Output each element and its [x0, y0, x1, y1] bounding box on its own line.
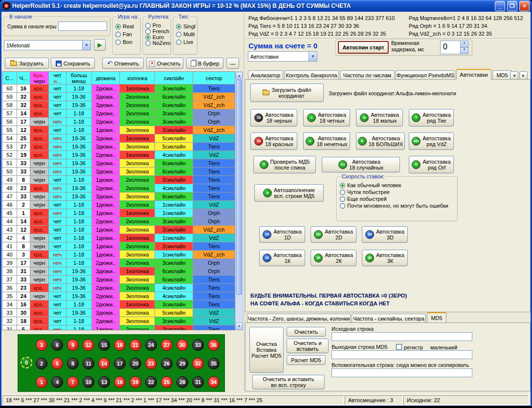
autobet-button-0[interactable]: 18Автоставка 18 черных: [250, 109, 297, 127]
tab-scroll-right-button[interactable]: ►: [519, 71, 528, 80]
roulette-number-33[interactable]: 33: [192, 339, 204, 351]
roulette-number-1[interactable]: 1: [36, 376, 47, 388]
md5-output-input[interactable]: [332, 350, 472, 359]
scroll-down-button[interactable]: ▼: [236, 322, 243, 330]
radio-option[interactable]: Pro: [143, 22, 171, 28]
roulette-number-20[interactable]: 20: [130, 358, 141, 369]
spin-down-icon[interactable]: ▼: [461, 48, 468, 54]
radio-option[interactable]: Multi: [174, 30, 197, 38]
radio-icon[interactable]: [340, 190, 345, 195]
roulette-number-32[interactable]: 32: [192, 358, 204, 369]
roulette-number-14[interactable]: 14: [98, 358, 110, 369]
roulette-number-29[interactable]: 29: [177, 358, 188, 369]
start-sum-input[interactable]: [58, 21, 107, 31]
speed-radio-option[interactable]: Чуток побыстрее: [337, 189, 457, 195]
main-tab-4[interactable]: Автоставки: [456, 69, 491, 80]
roulette-number-35[interactable]: 35: [208, 358, 220, 369]
main-tab-2[interactable]: Частоты по числам: [340, 70, 395, 80]
roulette-number-27[interactable]: 27: [161, 339, 173, 351]
roulette-number-13[interactable]: 13: [98, 376, 110, 388]
autobet-button-3[interactable]: TАвтоставка ряд Tier: [409, 109, 454, 127]
main-tab-3[interactable]: Функционал PsevdoMS: [396, 70, 455, 80]
bottom-tab-2[interactable]: MD5: [427, 312, 446, 322]
autobet-button-4[interactable]: 18Автоставка 18 красных: [250, 132, 297, 150]
autobet-button-13[interactable]: 2DАвтоставка 2D: [310, 226, 356, 243]
radio-icon[interactable]: [176, 40, 181, 45]
minimize-button[interactable]: _: [495, 1, 505, 11]
toolbar-folder-button[interactable]: Загрузить: [5, 58, 49, 69]
chevron-down-icon[interactable]: ▼: [309, 52, 317, 61]
roulette-number-5[interactable]: 5: [51, 358, 63, 369]
md5-big-button[interactable]: Очистка Вставка Расчет MD5: [249, 327, 284, 373]
delay-spinner[interactable]: 0 ▲ ▼: [440, 41, 468, 54]
roulette-number-21[interactable]: 21: [130, 339, 141, 351]
roulette-number-36[interactable]: 36: [208, 339, 220, 351]
autobet-button-9[interactable]: слАвтоставка 18 случайных: [322, 157, 400, 172]
radio-icon[interactable]: [145, 23, 151, 28]
autobet-button-8[interactable]: 5Проверить МД5 после спина: [253, 156, 316, 173]
roulette-number-3[interactable]: 3: [36, 339, 47, 351]
roulette-number-34[interactable]: 34: [208, 376, 220, 388]
radio-icon[interactable]: [340, 203, 345, 209]
speed-radio-option[interactable]: Еще побыстрей: [337, 195, 457, 202]
speed-radio-option[interactable]: Почти мгновенно, но могут быть ошибки: [337, 202, 457, 209]
roulette-number-16[interactable]: 16: [114, 376, 126, 388]
roulette-number-0[interactable]: 0: [21, 357, 32, 368]
radio-selected-icon[interactable]: [340, 183, 345, 188]
radio-selected-icon[interactable]: [145, 35, 151, 40]
radio-icon[interactable]: [145, 41, 151, 46]
roulette-number-12[interactable]: 12: [83, 339, 94, 351]
radio-option[interactable]: Singl: [174, 22, 197, 30]
roulette-number-26[interactable]: 26: [161, 358, 173, 369]
main-tab-5[interactable]: MD5: [492, 70, 512, 80]
bottom-tab-0[interactable]: Частота - Zero, шансы, дюжины, колонки: [247, 314, 351, 322]
autobet-button-15[interactable]: 1КАвтоставка 1К: [259, 250, 305, 266]
autobet-button-11[interactable]: аАвтозаполнение всп. строки МД5: [254, 184, 324, 202]
roulette-number-30[interactable]: 30: [177, 339, 188, 351]
autobet-button-14[interactable]: 3DАвтоставка 3D: [362, 226, 408, 243]
md5-clear-paste-aux-button[interactable]: Очистить и вставить во всп. строку: [252, 375, 325, 389]
roulette-number-6[interactable]: 6: [51, 339, 63, 351]
md5-clear-button[interactable]: Очистить: [287, 327, 326, 337]
autobet-button-6[interactable]: БАвтоставка 18 БОЛЬШИХ: [356, 132, 405, 150]
radio-icon[interactable]: [340, 196, 345, 202]
scroll-thumb[interactable]: [236, 80, 242, 295]
roulette-number-17[interactable]: 17: [114, 358, 126, 369]
roulette-number-8[interactable]: 8: [67, 358, 79, 369]
roulette-number-19[interactable]: 19: [130, 376, 141, 388]
close-button[interactable]: ×: [519, 1, 530, 11]
toolbar-copy-button[interactable]: В буфер: [186, 58, 223, 69]
roulette-number-28[interactable]: 28: [177, 376, 188, 388]
radio-option[interactable]: Live: [174, 38, 197, 46]
spin-up-icon[interactable]: ▲: [461, 41, 468, 48]
radio-option[interactable]: Bon: [113, 38, 140, 46]
table-scrollbar[interactable]: ▲ ▼: [235, 71, 243, 330]
radio-option[interactable]: French: [143, 28, 171, 34]
chevron-down-icon[interactable]: ▼: [82, 41, 90, 50]
roulette-number-24[interactable]: 24: [145, 339, 157, 351]
autobets-combobox[interactable]: Автоставки ▼: [248, 51, 317, 62]
radio-option[interactable]: Real: [113, 22, 140, 30]
roulette-number-22[interactable]: 22: [145, 376, 157, 388]
maximize-button[interactable]: ❐: [507, 1, 517, 11]
roulette-number-7[interactable]: 7: [67, 376, 79, 388]
roulette-number-25[interactable]: 25: [161, 376, 173, 388]
toolbar-save-button[interactable]: Сохранить: [51, 58, 95, 69]
md5-calc-button[interactable]: Расчет MD5: [287, 355, 326, 365]
radio-option[interactable]: Fan: [113, 30, 140, 38]
speed-radio-option[interactable]: Как обычный человек: [337, 182, 457, 189]
autobet-button-16[interactable]: 2КАвтоставка 2К: [310, 250, 356, 266]
toolbar-undo-button[interactable]: ↶Отменить: [102, 58, 144, 69]
autobet-button-1[interactable]: чАвтоставка 18 четных: [303, 109, 350, 127]
roulette-number-4[interactable]: 4: [51, 376, 63, 388]
md5-aux-input[interactable]: [332, 368, 472, 377]
play-button[interactable]: ▶: [94, 39, 106, 51]
radio-option[interactable]: NoZero: [143, 40, 171, 46]
radio-icon[interactable]: [176, 32, 181, 37]
roulette-number-2[interactable]: 2: [36, 358, 47, 369]
radio-icon[interactable]: [115, 40, 121, 45]
roulette-number-15[interactable]: 15: [98, 339, 110, 351]
autobet-button-17[interactable]: 3КАвтоставка 3К: [362, 250, 408, 266]
radio-selected-icon[interactable]: [176, 24, 181, 29]
roulette-number-23[interactable]: 23: [145, 358, 157, 369]
